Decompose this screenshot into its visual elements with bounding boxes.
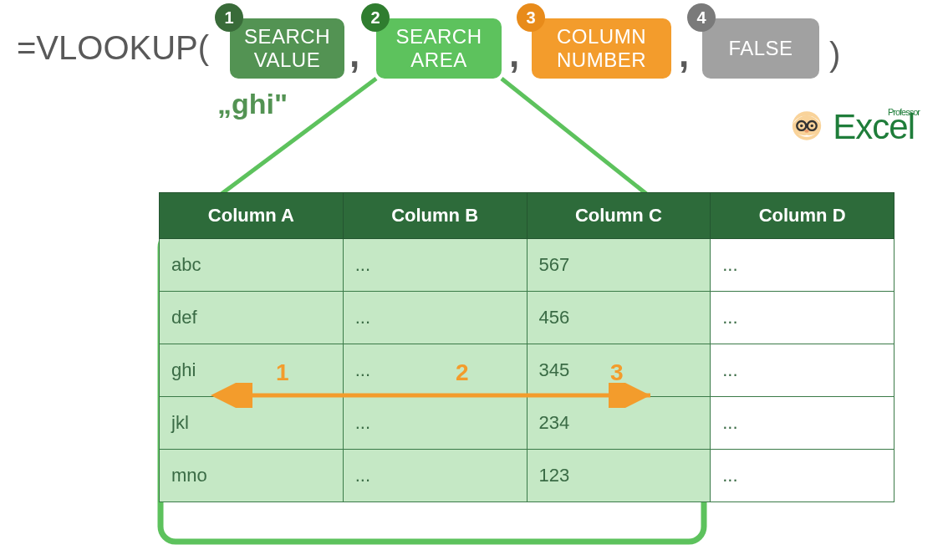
table-cell: ... (711, 292, 894, 344)
table-cell: 234 (527, 397, 711, 450)
comma-1: , (349, 29, 359, 79)
arg-false: 4 FALSE (702, 18, 819, 79)
table-cell: ... (343, 397, 527, 450)
col-header-c: Column C (527, 193, 711, 239)
table-cell: 123 (527, 450, 711, 502)
close-paren: ) (829, 29, 840, 79)
table-cell: 456 (527, 292, 711, 344)
comma-3: , (679, 29, 689, 79)
table-cell: ghi (160, 344, 344, 397)
table-cell: 345 (527, 344, 711, 397)
search-value-example: „ghi" (217, 88, 288, 120)
table-row: ghi...345... (160, 344, 894, 397)
table-cell: ... (343, 239, 527, 292)
table-cell: abc (160, 239, 344, 292)
table-cell: ... (711, 239, 894, 292)
table-cell: ... (711, 344, 894, 397)
svg-point-8 (811, 125, 813, 127)
table-row: mno...123... (160, 450, 894, 502)
arg3-line2: NUMBER (543, 48, 660, 72)
arg3-line1: COLUMN (543, 25, 660, 48)
table-row: jkl...234... (160, 397, 894, 450)
professor-face-icon (784, 104, 829, 150)
table-row: abc...567... (160, 239, 894, 292)
col-header-d: Column D (711, 193, 894, 239)
svg-point-9 (805, 130, 809, 133)
table-cell: ... (343, 450, 527, 502)
badge-4: 4 (687, 3, 716, 32)
professor-excel-logo: Professor Excel (784, 104, 915, 150)
badge-2: 2 (361, 3, 390, 32)
arg-search-value: 1 SEARCH VALUE (230, 18, 344, 79)
logo-text: Professor Excel (833, 109, 915, 145)
comma-2: , (509, 29, 519, 79)
arg4-line1: FALSE (714, 37, 808, 60)
table-header-row: Column A Column B Column C Column D (160, 193, 894, 239)
logo-sup: Professor (888, 108, 920, 117)
table-cell: ... (343, 344, 527, 397)
svg-point-7 (800, 125, 803, 127)
arg-column-number: 3 COLUMN NUMBER (532, 18, 671, 79)
arg-search-area: 2 SEARCH AREA (376, 18, 502, 79)
table-row: def...456... (160, 292, 894, 344)
table-cell: ... (711, 450, 894, 502)
table-cell: ... (343, 292, 527, 344)
table-cell: mno (160, 450, 344, 502)
badge-1: 1 (215, 3, 243, 32)
arg1-line1: SEARCH (242, 25, 333, 48)
table-cell: def (160, 292, 344, 344)
badge-3: 3 (517, 3, 545, 32)
example-table: Column A Column B Column C Column D abc.… (159, 192, 894, 502)
table-cell: 567 (527, 239, 711, 292)
col-header-b: Column B (343, 193, 527, 239)
arg2-line2: AREA (388, 48, 490, 72)
example-table-wrap: Column A Column B Column C Column D abc.… (159, 192, 894, 502)
table-cell: ... (711, 397, 894, 450)
table-cell: jkl (160, 397, 344, 450)
arg1-line2: VALUE (242, 48, 333, 72)
diagram-canvas: =VLOOKUP( 1 SEARCH VALUE , 2 SEARCH AREA… (0, 0, 948, 560)
arg2-line1: SEARCH (388, 25, 490, 48)
col-header-a: Column A (160, 193, 344, 239)
formula-prefix: =VLOOKUP( (17, 29, 209, 67)
